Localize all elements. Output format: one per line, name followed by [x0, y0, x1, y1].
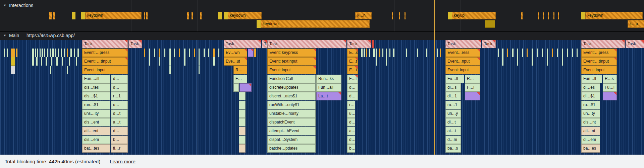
activity-sliver[interactable] — [239, 144, 246, 153]
flame-di-em[interactable]: di…em — [581, 136, 600, 144]
flame-runwith-ority$1[interactable]: runWith…ority$1 — [267, 101, 316, 109]
flame-fu-ll[interactable]: Fu…ll — [445, 75, 464, 83]
activity-sliver[interactable] — [498, 49, 499, 57]
activity-sliver[interactable] — [194, 49, 195, 57]
activity-sliver[interactable] — [164, 49, 165, 57]
activity-sliver[interactable] — [199, 49, 200, 57]
flame-ru-1[interactable]: ru…1 — [445, 101, 461, 109]
flame-event-tinput[interactable]: Event: …tInput — [82, 57, 128, 66]
activity-sliver[interactable] — [67, 66, 68, 74]
activity-sliver[interactable] — [224, 12, 228, 19]
flame-unstable-riority[interactable]: unstable…riority — [267, 109, 316, 118]
activity-sliver[interactable] — [548, 12, 549, 19]
activity-sliver[interactable] — [77, 49, 79, 57]
flame-at-t[interactable]: at…t — [445, 127, 461, 135]
activity-sliver[interactable] — [154, 49, 155, 57]
flame-event-tinput[interactable]: Event:…tInput — [581, 57, 617, 66]
interaction-keydown[interactable]: keydown — [261, 20, 370, 28]
activity-sliver[interactable] — [67, 49, 68, 57]
flame-fu-l[interactable]: Fu…l — [603, 83, 617, 92]
activity-sliver[interactable] — [46, 57, 47, 66]
flame-dispat-system[interactable]: dispat…System — [267, 136, 316, 144]
activity-sliver[interactable] — [572, 49, 573, 57]
activity-sliver[interactable] — [577, 49, 578, 57]
activity-sliver[interactable] — [521, 12, 523, 19]
activity-sliver[interactable] — [36, 57, 38, 66]
activity-sliver[interactable] — [581, 12, 585, 19]
flame-u[interactable]: u… — [111, 101, 128, 109]
interaction-keydown[interactable]: keydown — [585, 12, 643, 19]
flame-r[interactable]: R… — [465, 75, 480, 83]
activity-sliver[interactable] — [603, 92, 617, 100]
activity-sliver[interactable] — [58, 49, 59, 57]
activity-sliver[interactable] — [50, 66, 51, 74]
flame-task[interactable]: Task — [347, 40, 371, 48]
flame-dis-ent[interactable]: dis…ent — [82, 118, 110, 127]
flame-a-t[interactable]: a…t — [111, 118, 128, 127]
activity-sliver[interactable] — [239, 136, 246, 144]
interaction-keyup[interactable]: keyup — [452, 12, 496, 19]
activity-sliver[interactable] — [32, 57, 34, 66]
flame-ba-es[interactable]: ba…es — [581, 144, 600, 153]
activity-sliver[interactable] — [512, 49, 514, 57]
activity-sliver[interactable] — [41, 57, 42, 66]
activity-sliver[interactable] — [553, 12, 554, 19]
activity-sliver[interactable] — [169, 66, 171, 74]
flame-e-t[interactable]: E…t — [347, 66, 358, 74]
activity-sliver[interactable] — [537, 49, 538, 57]
activity-sliver[interactable] — [200, 12, 202, 19]
flame-task[interactable]: Task — [581, 40, 625, 48]
flame-task[interactable]: Task — [626, 40, 644, 48]
activity-sliver[interactable] — [522, 49, 523, 57]
flame-event-input[interactable]: Event: input — [82, 66, 128, 74]
flame-ev-wn[interactable]: Ev…wn — [224, 49, 247, 57]
activity-sliver[interactable] — [239, 101, 246, 109]
interaction-keydown[interactable]: keydown — [85, 12, 142, 19]
activity-sliver[interactable] — [169, 57, 171, 66]
activity-sliver[interactable] — [56, 57, 58, 66]
activity-sliver[interactable] — [517, 49, 518, 57]
activity-sliver[interactable] — [392, 12, 393, 19]
activity-sliver[interactable] — [376, 49, 377, 57]
activity-sliver[interactable] — [11, 66, 15, 74]
flame-task[interactable]: Task — [82, 40, 128, 48]
interaction-k-n[interactable]: k…n — [355, 12, 372, 19]
activity-sliver[interactable] — [372, 40, 374, 48]
flame-att-ent[interactable]: att…ent — [82, 127, 110, 135]
activity-sliver[interactable] — [149, 49, 150, 57]
activity-sliver[interactable] — [42, 49, 43, 57]
flame-discret-ates$1[interactable]: discret…ates$1 — [267, 92, 316, 100]
flame-event-textinput[interactable]: Event: textInput — [267, 57, 316, 66]
flame-dis-$1[interactable]: dis…$1 — [82, 92, 110, 100]
activity-sliver[interactable] — [502, 57, 503, 66]
flame-function-call[interactable]: Function Call — [267, 75, 316, 83]
flame-a-t[interactable]: a…t — [347, 127, 355, 135]
flame-di-t[interactable]: di…t — [445, 118, 461, 127]
activity-sliver[interactable] — [558, 12, 559, 19]
flame-f-l[interactable]: F…l — [465, 83, 480, 92]
activity-sliver[interactable] — [389, 49, 390, 57]
flame-e-t[interactable]: E…t — [347, 57, 358, 66]
activity-sliver[interactable] — [4, 49, 5, 57]
activity-sliver[interactable] — [144, 12, 145, 19]
activity-sliver[interactable] — [239, 109, 246, 118]
main-track-header[interactable]: ▼ Main — https://9sr5wp.csb.app/ — [3, 33, 75, 38]
activity-sliver[interactable] — [44, 49, 45, 57]
flame-fun-all[interactable]: Fun…all — [316, 83, 341, 92]
interactions-flame-area[interactable]: keydownkeydownk…nkeyupkeydownkeydownk…p — [0, 0, 644, 31]
activity-sliver[interactable] — [386, 49, 387, 57]
flame-di-s[interactable]: di…s — [445, 83, 461, 92]
activity-sliver[interactable] — [369, 49, 370, 57]
flame-f-l[interactable]: F…l — [347, 75, 358, 83]
flame-d[interactable]: d… — [347, 83, 358, 92]
flame-b[interactable]: b… — [111, 136, 128, 144]
activity-sliver[interactable] — [557, 49, 558, 57]
flame-d[interactable]: d… — [111, 83, 128, 92]
flame-e-s[interactable]: E…s — [347, 49, 358, 57]
activity-sliver[interactable] — [426, 49, 427, 57]
flame-r[interactable]: R… — [233, 66, 247, 74]
activity-sliver[interactable] — [204, 49, 205, 57]
flame-dis-tes[interactable]: dis…tes — [82, 83, 110, 92]
activity-sliver[interactable] — [218, 49, 219, 57]
flame-dis-em[interactable]: dis…em — [82, 136, 110, 144]
